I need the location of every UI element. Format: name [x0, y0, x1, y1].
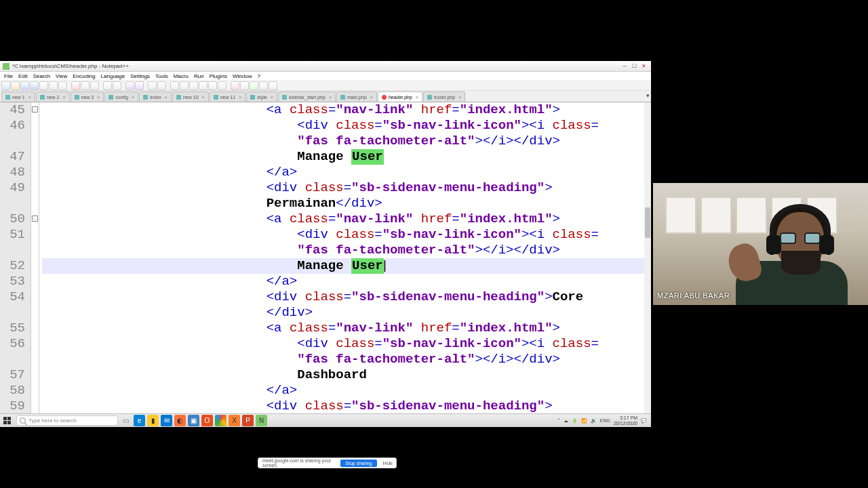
new-file-button[interactable] [1, 81, 10, 90]
windows-logo-icon [3, 417, 11, 424]
maximize-button[interactable]: ☐ [629, 62, 639, 70]
zoom-in-button[interactable] [148, 81, 157, 90]
find-button[interactable] [125, 81, 134, 90]
close-all-button[interactable] [49, 81, 58, 90]
menu-?[interactable]: ? [254, 73, 262, 79]
tab-new-1[interactable]: new 1× [1, 92, 35, 102]
chrome-icon[interactable] [215, 415, 226, 426]
menu-plugins[interactable]: Plugins [207, 73, 230, 79]
notepad-plus-plus-icon[interactable]: N [256, 415, 267, 426]
menu-encoding[interactable]: Encoding [70, 73, 98, 79]
tab-config[interactable]: config× [104, 92, 138, 102]
tab-main-php[interactable]: main.php× [336, 92, 377, 102]
menu-edit[interactable]: Edit [16, 73, 31, 79]
tray-wifi-icon[interactable]: 📶 [581, 418, 587, 424]
tray-language[interactable]: ENG [600, 418, 610, 423]
code-area[interactable]: <a class="nav-link" href="index.html"> <… [39, 102, 651, 419]
wordwrap-button[interactable] [189, 81, 198, 90]
stop-sharing-button[interactable]: Stop sharing [340, 460, 376, 467]
allchars-button[interactable] [199, 81, 208, 90]
macro-play-multi-button[interactable] [259, 81, 268, 90]
menu-settings[interactable]: Settings [127, 73, 153, 79]
menu-run[interactable]: Run [191, 73, 207, 79]
tab-new-2[interactable]: new 2× [36, 92, 70, 102]
powerpoint-icon[interactable]: P [242, 415, 254, 426]
undo-button[interactable] [103, 81, 112, 90]
save-button[interactable] [20, 81, 29, 90]
mail-icon[interactable]: ✉ [161, 415, 172, 426]
tray-onedrive-icon[interactable]: ☁ [564, 418, 568, 424]
tab-new-11[interactable]: new 11× [210, 92, 246, 102]
save-all-button[interactable] [30, 81, 39, 90]
hide-share-bar-button[interactable]: Hide [380, 461, 396, 466]
tab-footer-php[interactable]: footer.php× [423, 92, 465, 102]
cut-button[interactable] [71, 81, 80, 90]
tab-new-10[interactable]: new 10× [172, 92, 209, 102]
zoom-out-button[interactable] [157, 81, 166, 90]
sync-h-button[interactable] [180, 81, 189, 90]
open-file-button[interactable] [11, 81, 20, 90]
replace-button[interactable] [135, 81, 144, 90]
close-tab-icon[interactable]: × [132, 95, 134, 100]
sync-v-button[interactable] [170, 81, 179, 90]
minimize-button[interactable]: ─ [620, 62, 629, 70]
menu-view[interactable]: View [53, 73, 70, 79]
lang-button[interactable] [218, 81, 226, 90]
close-tab-icon[interactable]: × [458, 95, 461, 100]
firefox-icon[interactable]: ◐ [174, 415, 186, 426]
menu-search[interactable]: Search [31, 73, 53, 79]
close-tab-icon[interactable]: × [271, 95, 273, 100]
menu-language[interactable]: Language [98, 73, 128, 79]
macro-record-button[interactable] [231, 81, 239, 90]
task-view-button[interactable]: ▭ [120, 415, 132, 426]
notifications-icon[interactable]: 💬 [641, 418, 647, 424]
close-tab-icon[interactable]: × [165, 95, 167, 100]
taskbar-clock[interactable]: 3:17 PM 20/12/2020 [614, 415, 637, 426]
tab-new-3[interactable]: new 3× [71, 92, 104, 102]
fold-gutter[interactable]: -- [31, 102, 39, 419]
menu-macro[interactable]: Macro [171, 73, 191, 79]
taskbar-search[interactable]: Type here to search [16, 415, 118, 426]
redo-button[interactable] [113, 81, 121, 90]
tab-sidebar_start-php[interactable]: sidebar_start.php× [278, 92, 336, 102]
close-tab-icon[interactable]: × [416, 95, 418, 100]
macro-save-button[interactable] [269, 81, 277, 90]
vertical-scrollbar[interactable] [644, 102, 651, 419]
scrollbar-thumb[interactable] [645, 207, 650, 238]
menu-window[interactable]: Window [230, 73, 254, 79]
menu-file[interactable]: File [1, 73, 16, 79]
indent-guide-button[interactable] [208, 81, 217, 90]
xampp-icon[interactable]: X [229, 415, 240, 426]
menu-tools[interactable]: Tools [153, 73, 171, 79]
tray-chevron-up-icon[interactable]: ˄ [557, 418, 560, 424]
tab-header-php[interactable]: header.php× [378, 92, 422, 102]
paste-button[interactable] [90, 81, 99, 90]
close-tab-icon[interactable]: × [28, 95, 31, 100]
copy-button[interactable] [81, 81, 90, 90]
file-icon [214, 95, 218, 100]
store-icon[interactable]: ▣ [188, 415, 199, 426]
close-tab-icon[interactable]: × [97, 95, 100, 100]
tab-index[interactable]: index× [139, 92, 172, 102]
close-tab-icon[interactable]: × [329, 95, 332, 100]
tab-overflow-button[interactable]: ▾ [646, 92, 650, 99]
close-tab-icon[interactable]: × [62, 95, 65, 100]
start-button[interactable] [0, 415, 14, 427]
office-icon[interactable]: O [201, 415, 213, 426]
window-titlebar[interactable]: *C:\xampp\htdocs\CMS\header.php - Notepa… [0, 61, 651, 72]
file-icon [340, 95, 345, 100]
close-tab-icon[interactable]: × [370, 95, 373, 100]
print-button[interactable] [58, 81, 67, 90]
macro-play-button[interactable] [250, 81, 258, 90]
close-tab-icon[interactable]: × [239, 95, 241, 100]
tray-volume-icon[interactable]: 🔊 [591, 418, 597, 424]
close-button[interactable]: ✕ [639, 62, 648, 70]
tray-battery-icon[interactable]: 🔋 [572, 418, 578, 424]
close-tab-icon[interactable]: × [202, 95, 205, 100]
file-explorer-icon[interactable]: ▮ [147, 415, 159, 426]
tab-style[interactable]: style× [246, 92, 277, 102]
close-file-button[interactable] [39, 81, 48, 90]
code-editor[interactable]: 454647484950515253545556575859 -- <a cla… [0, 102, 651, 419]
edge-icon[interactable]: e [134, 415, 145, 426]
macro-stop-button[interactable] [240, 81, 249, 90]
